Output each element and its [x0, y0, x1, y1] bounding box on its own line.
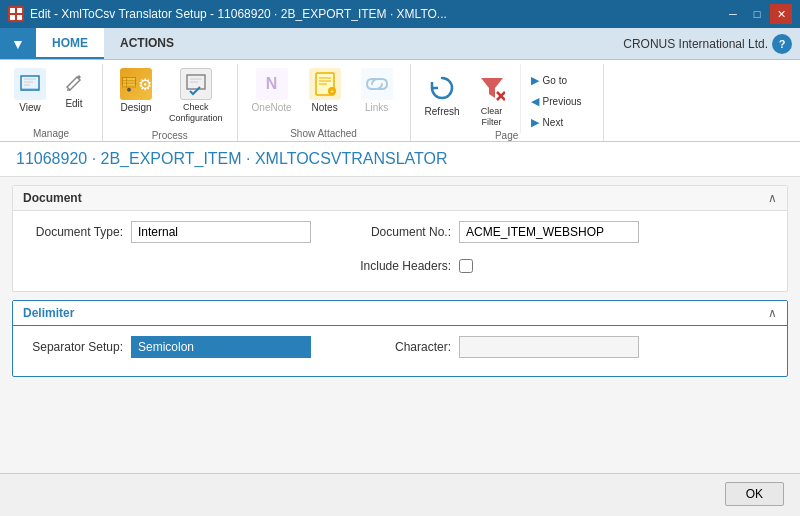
- show-attached-group-label: Show Attached: [246, 128, 402, 141]
- process-group-label: Process: [111, 130, 229, 143]
- clear-filter-icon: [476, 72, 508, 104]
- svg-rect-1: [17, 8, 22, 13]
- view-button-label: View: [19, 102, 41, 114]
- document-type-field-row: Document Type: Internal External: [23, 221, 311, 243]
- document-type-label: Document Type:: [23, 225, 123, 239]
- delimiter-section-title: Delimiter: [23, 306, 74, 320]
- onenote-button-label: OneNote: [252, 102, 292, 114]
- goto-button[interactable]: ▶ Go to: [525, 70, 595, 91]
- clear-filter-button-label: ClearFilter: [481, 106, 503, 128]
- document-section-body: Document Type: Internal External Documen…: [13, 211, 787, 291]
- edit-button[interactable]: Edit: [54, 64, 94, 114]
- window-controls: ─ □ ✕: [722, 4, 792, 24]
- svg-rect-2: [10, 15, 15, 20]
- menu-bar: ▼ HOME ACTIONS CRONUS International Ltd.…: [0, 28, 800, 60]
- delimiter-section-header[interactable]: Delimiter ∧: [13, 301, 787, 326]
- design-button-label: Design: [120, 102, 151, 114]
- document-no-select[interactable]: ACME_ITEM_WEBSHOP: [459, 221, 639, 243]
- view-icon: [14, 68, 46, 100]
- svg-point-15: [127, 88, 130, 91]
- character-field-row: Character:: [351, 336, 639, 358]
- links-button[interactable]: Links: [352, 64, 402, 118]
- goto-button-label: Go to: [543, 75, 567, 87]
- next-arrow-icon: ▶: [531, 116, 539, 129]
- previous-arrow-icon: ◀: [531, 95, 539, 108]
- check-configuration-icon: [180, 68, 212, 100]
- manage-group-label: Manage: [8, 128, 94, 141]
- window-title: Edit - XmlToCsv Translator Setup - 11068…: [30, 7, 447, 21]
- design-button[interactable]: Design: [111, 64, 161, 118]
- help-button[interactable]: ?: [772, 34, 792, 54]
- close-button[interactable]: ✕: [770, 4, 792, 24]
- separator-setup-label: Separator Setup:: [23, 340, 123, 354]
- check-configuration-button-label: CheckConfiguration: [169, 102, 223, 124]
- ribbon-group-manage: View Edit Manage: [0, 64, 103, 141]
- title-bar: Edit - XmlToCsv Translator Setup - 11068…: [0, 0, 800, 28]
- view-button[interactable]: View: [8, 64, 52, 118]
- edit-icon: [60, 68, 88, 96]
- delimiter-section: Delimiter ∧ Separator Setup: Semicolon C…: [12, 300, 788, 377]
- svg-text:+: +: [330, 88, 334, 95]
- delimiter-section-body: Separator Setup: Semicolon Comma Tab Cus…: [13, 326, 787, 376]
- notes-button-label: Notes: [312, 102, 338, 114]
- notes-icon: +: [309, 68, 341, 100]
- ribbon-group-show-attached: N OneNote + Notes: [238, 64, 411, 141]
- nav-dropdown-button[interactable]: ▼: [0, 28, 36, 59]
- refresh-button-label: Refresh: [425, 106, 460, 118]
- tab-actions[interactable]: ACTIONS: [104, 28, 190, 59]
- document-section-title: Document: [23, 191, 82, 205]
- separator-setup-field-row: Separator Setup: Semicolon Comma Tab Cus…: [23, 336, 311, 358]
- minimize-button[interactable]: ─: [722, 4, 744, 24]
- maximize-button[interactable]: □: [746, 4, 768, 24]
- clear-filter-button[interactable]: ClearFilter: [470, 68, 514, 132]
- main-content: Document ∧ Document Type: Internal Exter…: [0, 177, 800, 473]
- delimiter-section-chevron: ∧: [768, 306, 777, 320]
- app-icon: [8, 6, 24, 22]
- svg-rect-4: [21, 76, 39, 90]
- previous-button-label: Previous: [543, 96, 582, 108]
- separator-setup-select[interactable]: Semicolon Comma Tab Custom: [131, 336, 311, 358]
- onenote-icon: N: [256, 68, 288, 100]
- document-section-chevron: ∧: [768, 191, 777, 205]
- document-no-field-row: Document No.: ACME_ITEM_WEBSHOP: [351, 221, 639, 243]
- svg-rect-5: [21, 88, 39, 91]
- refresh-button[interactable]: Refresh: [419, 68, 466, 122]
- svg-rect-0: [10, 8, 15, 13]
- ribbon-group-page: Refresh ClearFilter ▶ Go to: [411, 64, 604, 141]
- page-title: 11068920 · 2B_EXPORT_ITEM · XMLTOCSVTRAN…: [16, 150, 448, 167]
- goto-arrow-icon: ▶: [531, 74, 539, 87]
- refresh-icon: [426, 72, 458, 104]
- onenote-button[interactable]: N OneNote: [246, 64, 298, 118]
- tab-home[interactable]: HOME: [36, 28, 104, 59]
- svg-rect-11: [122, 86, 135, 88]
- document-section: Document ∧ Document Type: Internal Exter…: [12, 185, 788, 292]
- footer: OK: [0, 473, 800, 513]
- include-headers-label: Include Headers:: [351, 259, 451, 273]
- edit-button-label: Edit: [65, 98, 82, 110]
- character-label: Character:: [351, 340, 451, 354]
- notes-button[interactable]: + Notes: [300, 64, 350, 118]
- design-icon: [120, 68, 152, 100]
- document-no-label: Document No.:: [351, 225, 451, 239]
- page-title-area: 11068920 · 2B_EXPORT_ITEM · XMLTOCSVTRAN…: [0, 142, 800, 177]
- document-section-header[interactable]: Document ∧: [13, 186, 787, 211]
- next-button-label: Next: [543, 117, 564, 129]
- ribbon-group-process: Design CheckConfiguration Process: [103, 64, 238, 141]
- check-configuration-button[interactable]: CheckConfiguration: [163, 64, 229, 128]
- previous-button[interactable]: ◀ Previous: [525, 91, 595, 112]
- character-input[interactable]: [459, 336, 639, 358]
- ribbon: View Edit Manage: [0, 60, 800, 142]
- links-button-label: Links: [365, 102, 388, 114]
- company-name: CRONUS International Ltd.: [623, 37, 768, 51]
- svg-rect-3: [17, 15, 22, 20]
- include-headers-checkbox[interactable]: [459, 259, 473, 273]
- links-icon: [361, 68, 393, 100]
- include-headers-field-row: Include Headers:: [351, 259, 639, 273]
- ok-button[interactable]: OK: [725, 482, 784, 506]
- document-type-select[interactable]: Internal External: [131, 221, 311, 243]
